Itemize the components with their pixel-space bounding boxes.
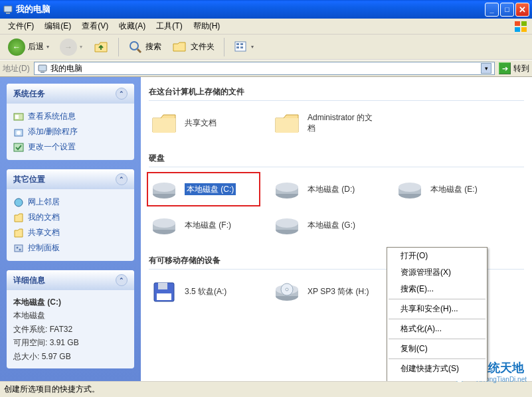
address-field[interactable]: 我的电脑 ▾ (34, 62, 495, 75)
svg-point-29 (276, 183, 298, 192)
minimize-button[interactable]: _ (485, 3, 499, 17)
toolbar: ← 后退 ▾ → ▾ 搜索 文件夹 ▾ (0, 35, 532, 60)
menu-view[interactable]: 查看(V) (76, 19, 114, 33)
detail-type: 本地磁盘 (13, 309, 128, 322)
svg-rect-12 (240, 46, 243, 48)
item-floppy[interactable]: 3.5 软盘(A:) (149, 276, 258, 307)
svg-rect-14 (41, 72, 44, 73)
ctx-shortcut[interactable]: 创建快捷方式(S) (387, 360, 487, 377)
item-label: 3.5 软盘(A:) (185, 286, 226, 297)
separator (389, 319, 486, 319)
views-button[interactable]: ▾ (230, 39, 258, 55)
up-button[interactable] (89, 38, 113, 56)
item-admin-docs[interactable]: Administrator 的文档 (272, 108, 381, 138)
ctx-explorer[interactable]: 资源管理器(X) (387, 264, 487, 281)
search-button[interactable]: 搜索 (124, 39, 165, 56)
section-disks-title: 硬盘 (149, 150, 524, 167)
disk-icon (150, 211, 178, 239)
address-dropdown[interactable]: ▾ (481, 63, 491, 74)
content: 在这台计算机上存储的文件 共享文档 Administrator 的文档 硬盘 本… (141, 77, 532, 381)
panel-title: 详细信息 (13, 275, 45, 286)
ctx-sharing[interactable]: 共享和安全(H)... (387, 301, 487, 317)
menu-help[interactable]: 帮助(H) (188, 19, 226, 33)
back-icon: ← (8, 39, 25, 56)
item-label: Administrator 的文档 (308, 112, 380, 133)
item-cdrom[interactable]: XP SP3 简体 (H:) (272, 276, 388, 307)
info-icon (13, 112, 24, 122)
address-value: 我的电脑 (50, 63, 82, 74)
menu-tools[interactable]: 工具(T) (151, 19, 187, 33)
addressbar: 地址(D) 我的电脑 ▾ ➔ 转到 (0, 60, 532, 77)
task-add-remove-programs[interactable]: 添加/删除程序 (13, 124, 128, 139)
chevron-up-icon: ⌃ (116, 173, 128, 185)
task-change-setting[interactable]: 更改一个设置 (13, 139, 128, 155)
disks-grid: 本地磁盘 (C:) 本地磁盘 (D:) 本地磁盘 (E:) 本地磁盘 (F:) … (149, 174, 524, 240)
panel-system-tasks: 系统任务 ⌃ 查看系统信息 添加/删除程序 更改一个设置 (7, 84, 134, 160)
ctx-copy[interactable]: 复制(C) (387, 341, 487, 357)
back-label: 后退 (28, 41, 44, 52)
menubar: 文件(F) 编辑(E) 查看(V) 收藏(A) 工具(T) 帮助(H) (0, 19, 532, 35)
svg-rect-10 (240, 43, 243, 45)
files-grid: 共享文档 Administrator 的文档 (149, 108, 524, 138)
svg-rect-4 (515, 27, 520, 32)
item-disk-d[interactable]: 本地磁盘 (D:) (272, 174, 381, 204)
views-icon (234, 40, 248, 54)
panel-header[interactable]: 详细信息 ⌃ (7, 270, 134, 290)
disk-icon (273, 175, 301, 203)
shared-folder-icon (13, 228, 24, 238)
place-network[interactable]: 网上邻居 (13, 195, 128, 210)
disk-icon (396, 175, 424, 203)
section-files-title: 在这台计算机上存储的文件 (149, 84, 524, 101)
item-label: 本地磁盘 (C:) (185, 183, 236, 195)
ctx-open[interactable]: 打开(O) (387, 248, 487, 264)
panel-title: 其它位置 (13, 174, 45, 185)
panel-details: 详细信息 ⌃ 本地磁盘 (C:) 本地磁盘 文件系统: FAT32 可用空间: … (7, 270, 134, 368)
window-buttons: _ □ ✕ (485, 3, 529, 17)
chevron-up-icon: ⌃ (116, 274, 128, 286)
disk-icon (150, 175, 178, 203)
status-text: 创建所选项目的快捷方式。 (4, 384, 100, 395)
place-my-documents[interactable]: 我的文档 (13, 210, 128, 225)
item-label: XP SP3 简体 (H:) (308, 286, 369, 297)
item-disk-f[interactable]: 本地磁盘 (F:) (149, 210, 258, 240)
task-view-system-info[interactable]: 查看系统信息 (13, 109, 128, 124)
close-button[interactable]: ✕ (515, 3, 529, 17)
svg-point-46 (286, 288, 288, 291)
menu-edit[interactable]: 编辑(E) (39, 19, 76, 33)
network-icon (13, 197, 24, 208)
panel-header[interactable]: 其它位置 ⌃ (7, 169, 134, 189)
menu-file[interactable]: 文件(F) (3, 19, 39, 33)
detail-fs: 文件系统: FAT32 (13, 323, 128, 336)
ctx-rename[interactable]: 重命名(M) (387, 377, 487, 381)
svg-point-22 (17, 246, 19, 248)
panel-header[interactable]: 系统任务 ⌃ (7, 84, 134, 104)
place-control-panel[interactable]: 控制面板 (13, 240, 128, 256)
back-button[interactable]: ← 后退 ▾ (4, 37, 53, 57)
separator (389, 299, 486, 299)
item-disk-e[interactable]: 本地磁盘 (E:) (395, 174, 504, 204)
menu-favorites[interactable]: 收藏(A) (114, 19, 151, 33)
ctx-format[interactable]: 格式化(A)... (387, 321, 487, 337)
panel-title: 系统任务 (13, 88, 45, 100)
svg-rect-5 (521, 27, 527, 32)
separator (389, 358, 486, 359)
svg-rect-40 (158, 283, 167, 289)
go-button[interactable]: ➔ 转到 (499, 62, 529, 74)
mycomputer-icon (37, 63, 48, 74)
maximize-button[interactable]: □ (500, 3, 514, 17)
sidebar: 系统任务 ⌃ 查看系统信息 添加/删除程序 更改一个设置 其它位置 ⌃ 网上邻居… (0, 77, 141, 381)
item-shared-docs[interactable]: 共享文档 (149, 108, 258, 138)
ctx-search[interactable]: 搜索(E)... (387, 281, 487, 297)
titlebar: 我的电脑 _ □ ✕ (0, 0, 532, 19)
item-disk-c[interactable]: 本地磁盘 (C:) (149, 174, 258, 204)
svg-rect-16 (15, 115, 19, 119)
place-shared-docs[interactable]: 共享文档 (13, 225, 128, 240)
svg-point-20 (15, 198, 23, 206)
forward-button[interactable]: → ▾ (56, 37, 86, 57)
context-menu: 打开(O) 资源管理器(X) 搜索(E)... 共享和安全(H)... 格式化(… (387, 247, 488, 381)
folders-icon (172, 40, 188, 54)
panel-other-places: 其它位置 ⌃ 网上邻居 我的文档 共享文档 控制面板 (7, 169, 134, 261)
item-disk-g[interactable]: 本地磁盘 (G:) (272, 210, 381, 240)
folders-button[interactable]: 文件夹 (168, 39, 219, 56)
svg-line-7 (137, 49, 141, 52)
